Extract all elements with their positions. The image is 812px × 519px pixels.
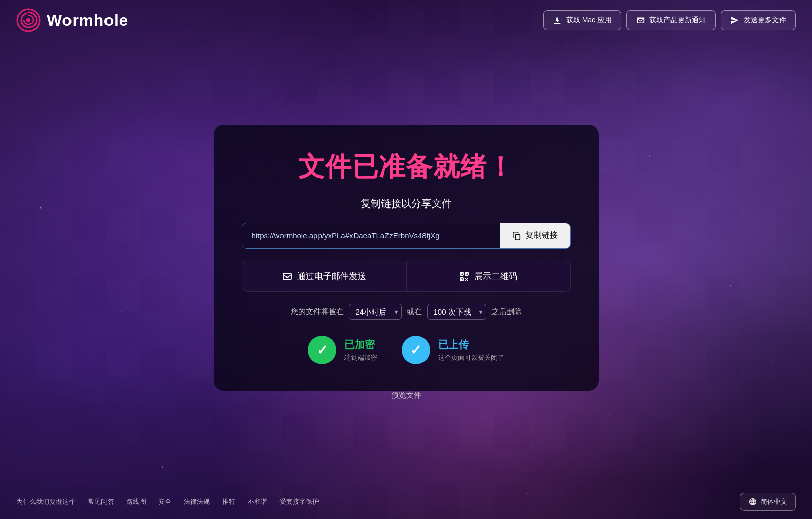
encrypted-text: 已加密 端到端加密	[344, 338, 377, 362]
footer-link-roadmap[interactable]: 路线图	[126, 497, 146, 506]
email-action-icon	[282, 271, 292, 282]
footer-link-protection[interactable]: 受套接字保护	[279, 497, 319, 506]
uploaded-check: ✓	[410, 342, 421, 358]
status-uploaded: ✓ 已上传 这个页面可以被关闭了	[402, 336, 504, 364]
get-mac-app-button[interactable]: 获取 Mac 应用	[543, 10, 621, 30]
copy-link-button[interactable]: 复制链接	[500, 223, 570, 248]
card-subtitle: 复制链接以分享文件	[361, 197, 452, 211]
download-icon	[553, 16, 562, 25]
share-url-input[interactable]	[242, 223, 500, 248]
svg-rect-9	[461, 278, 463, 280]
expiry-time-wrapper: 1小时后 24小时后 72小时后 7天后	[349, 304, 402, 320]
footer-link-discord[interactable]: 不和谐	[248, 497, 267, 506]
url-row: 复制链接	[242, 223, 571, 249]
footer-links: 为什么我们要做这个 常见问答 路线图 安全 法律法规 推特 不和谐 受套接字保护	[16, 497, 319, 506]
app-title: Wormhole	[47, 11, 128, 30]
globe-icon	[749, 498, 757, 506]
header: Wormhole 获取 Mac 应用 获取产品更新通知 发送更多文件	[0, 0, 812, 41]
send-via-email-button[interactable]: 通过电子邮件发送	[242, 261, 406, 292]
svg-rect-11	[467, 278, 468, 279]
expiry-row: 您的文件将被在 1小时后 24小时后 72小时后 7天后 或在 10 次下载 5…	[291, 304, 522, 320]
footer-link-why[interactable]: 为什么我们要做这个	[16, 497, 76, 506]
svg-rect-2	[515, 234, 520, 240]
send-icon	[730, 16, 739, 25]
svg-point-1	[26, 18, 30, 22]
footer-link-faq[interactable]: 常见问答	[88, 497, 114, 506]
get-updates-button[interactable]: 获取产品更新通知	[626, 10, 716, 30]
svg-rect-13	[467, 280, 468, 281]
card-title: 文件已准备就绪！	[298, 149, 513, 185]
expiry-count-wrapper: 10 次下载 50 次下载 100 次下载 500 次下载	[427, 304, 486, 320]
encrypted-sublabel: 端到端加密	[344, 353, 377, 362]
copy-icon	[512, 231, 521, 240]
footer: 为什么我们要做这个 常见问答 路线图 安全 法律法规 推特 不和谐 受套接字保护…	[0, 485, 812, 519]
encrypted-circle: ✓	[308, 336, 336, 364]
header-buttons: 获取 Mac 应用 获取产品更新通知 发送更多文件	[543, 10, 796, 30]
footer-link-twitter[interactable]: 推特	[222, 497, 235, 506]
logo-area: Wormhole	[16, 8, 128, 32]
status-row: ✓ 已加密 端到端加密 ✓ 已上传 这个页面可以被关闭了	[242, 332, 571, 364]
status-encrypted: ✓ 已加密 端到端加密	[308, 336, 377, 364]
uploaded-circle: ✓	[402, 336, 430, 364]
expiry-time-select[interactable]: 1小时后 24小时后 72小时后 7天后	[349, 304, 402, 320]
encrypted-label: 已加密	[344, 338, 377, 352]
encrypted-check: ✓	[316, 342, 328, 358]
send-more-files-button[interactable]: 发送更多文件	[721, 10, 796, 30]
svg-rect-7	[466, 273, 468, 274]
expiry-count-select[interactable]: 10 次下载 50 次下载 100 次下载 500 次下载	[427, 304, 486, 320]
footer-link-security[interactable]: 安全	[158, 497, 171, 506]
uploaded-label: 已上传	[438, 338, 504, 352]
action-row: 通过电子邮件发送	[242, 261, 571, 292]
svg-rect-3	[283, 273, 291, 280]
svg-rect-12	[465, 280, 466, 281]
file-ready-card: 文件已准备就绪！ 复制链接以分享文件 复制链接	[214, 125, 599, 391]
qr-icon	[459, 271, 469, 282]
uploaded-text: 已上传 这个页面可以被关闭了	[438, 338, 504, 362]
svg-rect-5	[461, 273, 463, 274]
uploaded-sublabel: 这个页面可以被关闭了	[438, 353, 504, 362]
show-qr-button[interactable]: 展示二维码	[406, 261, 571, 292]
svg-rect-10	[465, 278, 466, 279]
preview-files-link[interactable]: 预览文件	[391, 391, 421, 400]
svg-rect-14	[466, 279, 467, 280]
logo-icon	[16, 8, 41, 32]
footer-link-legal[interactable]: 法律法规	[184, 497, 210, 506]
language-button[interactable]: 简体中文	[740, 493, 796, 511]
main-content: 文件已准备就绪！ 复制链接以分享文件 复制链接	[0, 41, 812, 485]
email-icon	[636, 16, 645, 25]
